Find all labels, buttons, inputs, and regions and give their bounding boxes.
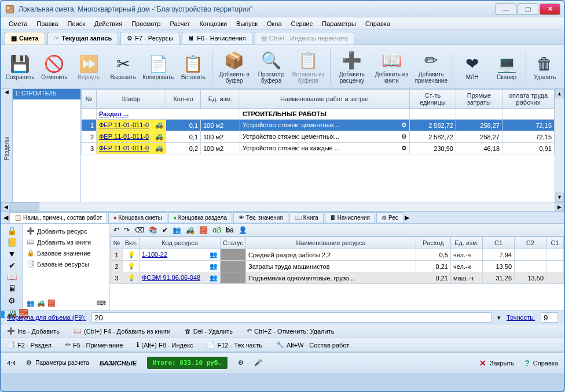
tab-charges[interactable]: 🖩F6 - Начисления	[182, 32, 252, 44]
dtab-name[interactable]: 📋Наим., примеч., состав работ	[9, 212, 107, 223]
menu-vypusk[interactable]: Выпуск	[232, 19, 262, 28]
undo-icon[interactable]: ↶	[113, 226, 119, 234]
vscroll-down[interactable]: ▼	[555, 193, 564, 202]
menu-smeta[interactable]: Смета	[5, 19, 31, 28]
hscroll-thumb[interactable]	[10, 202, 39, 211]
bottom-action[interactable]: 🔧Alt+W - Состав работ	[276, 341, 349, 349]
dropdown-icon[interactable]: ▾	[497, 314, 501, 321]
col-qty[interactable]: Кол-во	[166, 90, 201, 109]
close-link[interactable]: ✕Закрыть	[479, 358, 514, 368]
grid-row[interactable]: 2ФЕР 11-01-011-0🚜0,1100 м2Устройство стя…	[82, 131, 555, 143]
tab-indexes[interactable]: ▤Ctrl+I - Индексы пересчета	[255, 32, 354, 45]
del-button[interactable]: 🗑Удалить	[530, 48, 560, 86]
menu-servis[interactable]: Сервис	[287, 19, 317, 28]
col-unit[interactable]: Ед. изм.	[201, 90, 240, 109]
mln-button[interactable]: ❤МЛН	[457, 48, 487, 86]
ab-icon[interactable]: ɑβ	[212, 226, 221, 234]
arrow-left-icon[interactable]: ◀	[5, 89, 9, 95]
bottom-action[interactable]: ℹ(Alt+) F8 - Индекс	[137, 341, 193, 349]
rcol-unit[interactable]: Ед. изм.	[451, 237, 483, 249]
formula-input[interactable]	[91, 312, 491, 323]
rcol-c1b[interactable]: С1	[546, 237, 564, 249]
bottom-action[interactable]: ✏F5 - Примечание	[65, 341, 123, 349]
grid-row[interactable]: 1ФЕР 11-01-011-0🚜0,1100 м2Устройство стя…	[82, 120, 555, 131]
gearset-icon[interactable]: ⚙	[238, 359, 244, 367]
keyboard-icon[interactable]: ⌨	[97, 299, 106, 307]
bottom-action[interactable]: 📖(Ctrl+) F4 - Добавить из книги	[74, 327, 171, 335]
sections-head[interactable]: 1: СТРОИТЕЛЬ	[13, 89, 80, 99]
minimize-button[interactable]: —	[496, 3, 516, 15]
dtab-scroll-left[interactable]: ◀	[3, 214, 8, 221]
rcol-c1[interactable]: С1	[483, 237, 515, 249]
cancel-button[interactable]: 🚫Отменить	[39, 48, 69, 86]
dtab-book[interactable]: 📖Книга	[289, 212, 324, 223]
menu-raschet[interactable]: Расчет	[166, 19, 194, 28]
book-icon[interactable]: 📖	[7, 272, 17, 282]
redo-icon[interactable]: ↷	[124, 226, 130, 234]
menu-deistviya[interactable]: Действия	[90, 19, 126, 28]
add-resource-link[interactable]: ➕Добавить ресурс	[27, 227, 106, 235]
resource-row[interactable]: 3💡ФСЭМ 91.06.06-048👥Подъемники одномачто…	[111, 272, 564, 284]
col-num[interactable]: №	[82, 90, 97, 109]
hscroll-left[interactable]: ◀	[1, 202, 10, 211]
addbook-button[interactable]: 📖Добавить из книги	[373, 48, 410, 86]
tab-smeta[interactable]: ▦Смета	[5, 32, 45, 45]
rcol-on[interactable]: Вкл.	[123, 237, 140, 249]
dtab-scroll-right[interactable]: ▶	[405, 214, 409, 221]
bottom-action[interactable]: ➕Ins - Добавить	[7, 327, 60, 335]
menu-poisk[interactable]: Поиск	[63, 19, 89, 28]
col-direct[interactable]: Прямые затраты	[456, 90, 502, 109]
section-link[interactable]: Раздел ...	[99, 110, 129, 117]
check-icon[interactable]: ✔	[7, 261, 17, 270]
truck2-icon[interactable]: 🚜	[37, 299, 45, 307]
menu-kontsovki[interactable]: Концовки	[195, 19, 231, 28]
tab-resources[interactable]: ⚙F7 - Ресурсы	[120, 32, 179, 45]
col-cost[interactable]: Ст-ть единицы	[410, 90, 456, 109]
redo-button[interactable]: ⏩Вернуть	[74, 48, 104, 86]
person-icon[interactable]: 👥	[27, 299, 35, 307]
close-button[interactable]: ✕	[540, 3, 560, 15]
rcol-n[interactable]: №	[111, 237, 123, 249]
brick3-icon[interactable]: 🧱	[199, 226, 208, 234]
people2-icon[interactable]: 👥	[173, 226, 181, 234]
menu-parametry[interactable]: Параметры	[318, 19, 360, 28]
main-grid[interactable]: № Шифр Кол-во Ед. изм. Наименование рабо…	[81, 89, 555, 154]
ba-icon[interactable]: ba	[226, 226, 234, 234]
menu-pravka[interactable]: Правка	[32, 19, 62, 28]
precision-input[interactable]	[541, 312, 558, 323]
rcol-code[interactable]: Код ресурса	[140, 237, 221, 249]
save-button[interactable]: 💾Сохранить	[5, 48, 35, 86]
note-icon[interactable]: 📒	[7, 238, 17, 247]
rcol-status[interactable]: Статус	[221, 237, 246, 249]
pastebuf-button[interactable]: 📋Вставить из буфера	[290, 48, 326, 86]
base-resources-link[interactable]: 📑Базовые ресурсы	[27, 260, 106, 268]
col-labor[interactable]: оплата труда рабочих	[502, 90, 555, 109]
bottom-action[interactable]: 🗑Del - Удалить	[185, 328, 233, 335]
dtab-charges[interactable]: 🖩Начисления	[325, 212, 375, 223]
add-from-book-link[interactable]: 📖Добавить из книги	[27, 238, 106, 246]
brick2-icon[interactable]: 🧱	[47, 299, 56, 307]
person2-icon[interactable]: 👤	[239, 226, 247, 234]
rcol-name[interactable]: Наименование ресурса	[246, 237, 416, 249]
gear2-icon[interactable]: ⚙	[7, 295, 17, 306]
cut-button[interactable]: ✂Вырезать	[108, 48, 138, 86]
paste-button[interactable]: 📋Вставить	[178, 48, 208, 86]
dtab-end-smeta[interactable]: ♦Концовка сметы	[108, 212, 167, 223]
dtab-end-section[interactable]: ♦Концовка раздела	[168, 212, 232, 223]
hscroll-right[interactable]: ▶	[555, 202, 564, 211]
dtab-current-values[interactable]: 👁Тек. значения	[233, 212, 288, 223]
col-name[interactable]: Наименование работ и затрат	[240, 90, 410, 109]
grid-row[interactable]: 3ФЕР 11-01-011-0🚜0,2100 м2Устройство стя…	[82, 143, 555, 154]
base-value-link[interactable]: 🔒Базовое значение	[27, 249, 106, 257]
menu-okna[interactable]: Окна	[263, 19, 286, 28]
addnote-button[interactable]: ✏Добавить примечание	[413, 48, 450, 86]
mic-icon[interactable]: 🎤	[254, 359, 262, 367]
main-hscroll[interactable]: ◀ ▶	[1, 202, 564, 211]
truck3-icon[interactable]: 🚜	[186, 226, 195, 234]
menu-spravka[interactable]: Справка	[361, 19, 394, 28]
formula-label[interactable]: Формула для объема (F9):	[7, 314, 86, 321]
rcol-rate[interactable]: Расход	[416, 237, 451, 249]
bottom-action[interactable]: 📑F2 - Раздел	[7, 341, 52, 349]
menu-prosmotr[interactable]: Просмотр	[127, 19, 164, 28]
eraser-icon[interactable]: ⌫	[134, 226, 144, 234]
